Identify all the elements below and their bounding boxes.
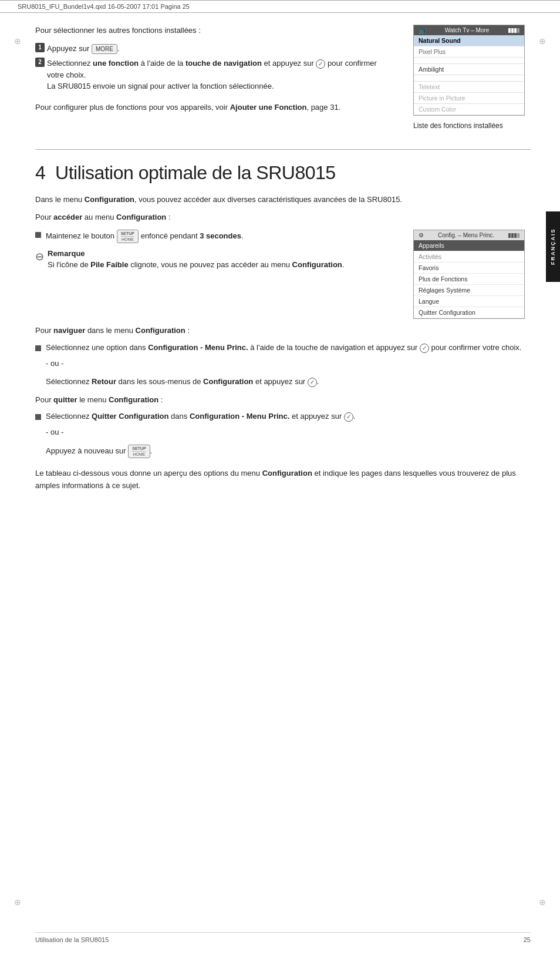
note-icon: ⊖ [35, 250, 44, 263]
chapter-para1: Dans le menu Configuration, vous pouvez … [35, 194, 531, 206]
battery-indicator [508, 28, 519, 33]
menu-langue: Langue [414, 296, 524, 307]
check-circle-2: ✓ [420, 344, 429, 353]
setup-home-btn-1: SETUP HOME [117, 230, 139, 243]
bullet-maintenir: Maintenez le bouton SETUP HOME enfoncé p… [35, 230, 396, 243]
menu2-box: ⚙ Config. – Menu Princ. Appareils Activi… [413, 230, 525, 319]
menu-natural-sound: Natural Sound [414, 35, 524, 46]
bat-3 [514, 28, 517, 33]
setup-home-btn-2: SETUP HOME [128, 445, 150, 458]
quit-intro: Pour quitter le menu Configuration : [35, 394, 531, 406]
bat2-1 [508, 233, 511, 238]
menu-quitter: Quitter Configuration [414, 307, 524, 318]
chapter-title: Utilisation optimale de la SRU8015 [55, 162, 335, 183]
bat-4 [517, 28, 519, 33]
menu-ambilight: Ambilight [414, 64, 524, 75]
step-2-marker: 2 [35, 58, 45, 67]
navigate-intro: Pour naviguer dans le menu Configuration… [35, 325, 531, 337]
bullet-square-1 [35, 232, 41, 238]
battery-indicator-2 [508, 233, 519, 238]
quit-bullet-1-content: Sélectionnez Quitter Configuration dans … [46, 412, 355, 422]
footer-left: Utilisation de la SRU8015 [35, 936, 109, 943]
section-mid-left: Maintenez le bouton SETUP HOME enfoncé p… [35, 230, 396, 319]
step-1-row: 1 Appuyez sur MORE. [35, 43, 396, 55]
check-circle-4: ✓ [344, 412, 353, 422]
menu-spacer-1 [414, 58, 524, 64]
menu1-box: 📺 Watch Tv – More Natural Sound Pixel Pl… [413, 25, 525, 116]
section-divider [35, 149, 531, 150]
bat2-3 [514, 233, 517, 238]
menu-pixel-plus: Pixel Plus [414, 46, 524, 58]
bullet-square-3 [35, 414, 41, 420]
page-footer: Utilisation de la SRU8015 25 [35, 932, 531, 943]
section-mid: Maintenez le bouton SETUP HOME enfoncé p… [35, 230, 531, 319]
reg-mark-br: ⊕ [537, 896, 548, 908]
menu-appareils: Appareils [414, 240, 524, 251]
main-content: Pour sélectionner les autres fonctions i… [0, 13, 560, 510]
bullet-square-2 [35, 345, 41, 351]
config-icon: ⚙ [419, 232, 424, 238]
quit-bullet-2: Appuyez à nouveau sur SETUP HOME . [46, 445, 531, 458]
menu1-caption: Liste des fonctions installées [413, 120, 531, 132]
bat2-4 [517, 233, 519, 238]
bat-2 [511, 28, 514, 33]
ou-2: - ou - [46, 426, 531, 439]
menu-picture-in-picture: Picture in Picture [414, 93, 524, 104]
navigate-bullet-1: Sélectionnez une option dans Configurati… [35, 343, 531, 353]
note-title: Remarque [48, 249, 396, 258]
bullet-1-content: Maintenez le bouton SETUP HOME enfoncé p… [46, 230, 244, 243]
step-2-content: Sélectionnez une fonction à l'aide de la… [47, 58, 396, 92]
chapter-heading: 4 Utilisation optimale de la SRU8015 [35, 162, 531, 184]
menu-spacer-2 [414, 75, 524, 82]
note-body: Si l'icône de Pile Faible clignote, vous… [48, 259, 396, 271]
menu1-screenshot: 📺 Watch Tv – More Natural Sound Pixel Pl… [413, 25, 531, 137]
navigate-bullet-1-content: Sélectionnez une option dans Configurati… [46, 343, 521, 353]
menu2-title-bar: ⚙ Config. – Menu Princ. [414, 230, 524, 240]
config-note: Pour configurer plus de fonctions pour v… [35, 102, 396, 114]
menu-teletext: Teletext [414, 82, 524, 93]
menu1-icon: 📺 [419, 27, 426, 33]
step-1-marker: 1 [35, 43, 45, 52]
note-content: Remarque Si l'icône de Pile Faible clign… [48, 249, 396, 271]
step-2-row: 2 Sélectionnez une fonction à l'aide de … [35, 58, 396, 92]
page-container: SRU8015_IFU_Bundel1v4.qxd 16-05-2007 17:… [0, 0, 560, 955]
chapter-num: 4 [35, 162, 45, 183]
step-1-content: Appuyez sur MORE. [47, 43, 396, 55]
menu-custom-color: Custom Color [414, 104, 524, 115]
menu1-title-bar: 📺 Watch Tv – More [414, 25, 524, 35]
bat-1 [508, 28, 511, 33]
quit-bullet-1: Sélectionnez Quitter Configuration dans … [35, 412, 531, 422]
chapter-para2: Pour accéder au menu Configuration : [35, 211, 531, 224]
reg-mark-bl: ⊕ [12, 896, 23, 908]
ou-1: - ou - [46, 358, 531, 370]
navigate-bullet-2: Sélectionnez Retour dans les sous-menus … [46, 376, 531, 388]
section-left: Pour sélectionner les autres fonctions i… [35, 25, 396, 137]
check-circle-3: ✓ [308, 378, 317, 387]
bat2-2 [511, 233, 514, 238]
menu-plus-fonctions: Plus de Fonctions [414, 274, 524, 285]
menu-reglages: Réglages Système [414, 285, 524, 296]
check-circle-1: ✓ [316, 59, 325, 69]
menu2-screenshot: ⚙ Config. – Menu Princ. Appareils Activi… [413, 230, 531, 319]
menu-activites: Activités [414, 251, 524, 263]
intro-text: Pour sélectionner les autres fonctions i… [35, 25, 396, 37]
note-box: ⊖ Remarque Si l'icône de Pile Faible cli… [35, 249, 396, 271]
header-text: SRU8015_IFU_Bundel1v4.qxd 16-05-2007 17:… [18, 3, 190, 10]
more-button-key: MORE [92, 44, 117, 54]
header-bar: SRU8015_IFU_Bundel1v4.qxd 16-05-2007 17:… [0, 0, 560, 13]
section-top: Pour sélectionner les autres fonctions i… [35, 25, 531, 137]
menu-favoris: Favoris [414, 263, 524, 274]
footer-right: 25 [524, 936, 531, 943]
final-para: Le tableau ci-dessous vous donne un aper… [35, 468, 531, 492]
